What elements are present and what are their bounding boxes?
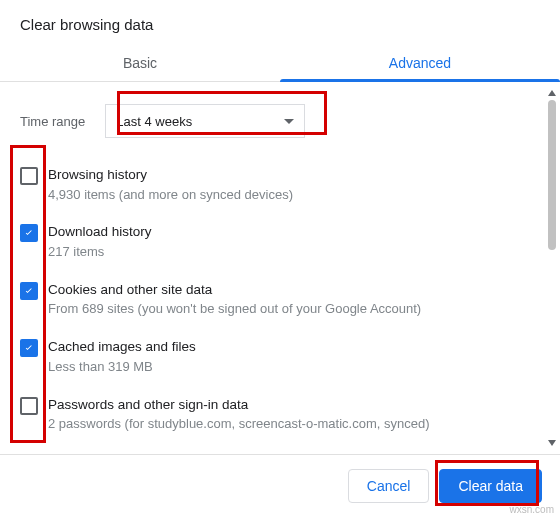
watermark: wxsn.com: [510, 504, 554, 515]
item-title: Cookies and other site data: [48, 281, 524, 299]
check-icon: [23, 227, 35, 239]
item-text: Autofill form data: [48, 453, 524, 454]
option-checkbox[interactable]: [20, 282, 38, 300]
option-checkbox[interactable]: [20, 339, 38, 357]
item-text: Download history217 items: [48, 223, 524, 260]
time-range-label: Time range: [20, 114, 85, 129]
option-checkbox[interactable]: [20, 397, 38, 415]
item-subtitle: 2 passwords (for studyblue.com, screenca…: [48, 416, 524, 433]
clear-data-button-label: Clear data: [458, 478, 523, 494]
tab-basic-label: Basic: [123, 55, 157, 71]
dialog-body: Time range Last 4 weeks Browsing history…: [0, 82, 560, 454]
tab-advanced[interactable]: Advanced: [280, 43, 560, 81]
checkbox-wrap: [20, 223, 48, 242]
list-item: Autofill form data: [0, 443, 544, 454]
tab-bar: Basic Advanced: [0, 43, 560, 82]
item-subtitle: Less than 319 MB: [48, 359, 524, 376]
cancel-button[interactable]: Cancel: [348, 469, 430, 503]
dialog-title: Clear browsing data: [0, 0, 560, 43]
checkbox-wrap: [20, 396, 48, 418]
chevron-down-icon: [284, 119, 294, 124]
item-text: Cached images and filesLess than 319 MB: [48, 338, 524, 375]
item-title: Cached images and files: [48, 338, 524, 356]
time-range-value: Last 4 weeks: [116, 114, 192, 129]
item-subtitle: 217 items: [48, 244, 524, 261]
item-title: Autofill form data: [48, 453, 524, 454]
item-subtitle: From 689 sites (you won't be signed out …: [48, 301, 524, 318]
scroll-area: Time range Last 4 weeks Browsing history…: [0, 82, 544, 454]
item-title: Browsing history: [48, 166, 524, 184]
list-item: Cached images and filesLess than 319 MB: [0, 328, 544, 385]
item-title: Download history: [48, 223, 524, 241]
tab-basic[interactable]: Basic: [0, 43, 280, 81]
checkbox-wrap: [20, 453, 48, 454]
list-item: Passwords and other sign-in data2 passwo…: [0, 386, 544, 443]
tab-advanced-label: Advanced: [389, 55, 451, 71]
clear-browsing-data-dialog: Clear browsing data Basic Advanced Time …: [0, 0, 560, 517]
time-range-row: Time range Last 4 weeks: [0, 90, 544, 152]
scrollbar-thumb[interactable]: [548, 100, 556, 250]
list-item: Browsing history4,930 items (and more on…: [0, 156, 544, 213]
item-text: Browsing history4,930 items (and more on…: [48, 166, 524, 203]
cancel-button-label: Cancel: [367, 478, 411, 494]
item-text: Cookies and other site dataFrom 689 site…: [48, 281, 524, 318]
options-list: Browsing history4,930 items (and more on…: [0, 152, 544, 454]
checkbox-wrap: [20, 281, 48, 300]
option-checkbox[interactable]: [20, 224, 38, 242]
clear-data-button[interactable]: Clear data: [439, 469, 542, 503]
dialog-footer: Cancel Clear data: [0, 454, 560, 517]
check-icon: [23, 285, 35, 297]
time-range-select[interactable]: Last 4 weeks: [105, 104, 305, 138]
checkbox-wrap: [20, 338, 48, 357]
option-checkbox[interactable]: [20, 167, 38, 185]
item-subtitle: 4,930 items (and more on synced devices): [48, 187, 524, 204]
list-item: Cookies and other site dataFrom 689 site…: [0, 271, 544, 328]
item-title: Passwords and other sign-in data: [48, 396, 524, 414]
vertical-scrollbar[interactable]: [546, 90, 558, 446]
item-text: Passwords and other sign-in data2 passwo…: [48, 396, 524, 433]
check-icon: [23, 342, 35, 354]
list-item: Download history217 items: [0, 213, 544, 270]
checkbox-wrap: [20, 166, 48, 188]
